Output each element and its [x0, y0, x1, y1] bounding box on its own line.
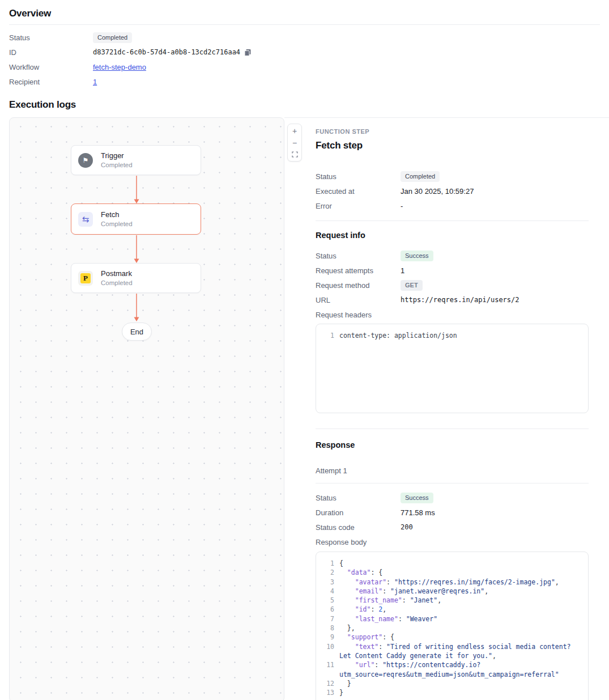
status-label: Status: [9, 33, 93, 42]
recipient-label: Recipient: [9, 78, 93, 86]
status-label: Status: [316, 172, 401, 181]
zoom-in-button[interactable]: +: [288, 125, 301, 137]
node-status: Completed: [101, 220, 133, 228]
node-title: Trigger: [101, 151, 133, 160]
attempt-label: Attempt 1: [316, 466, 589, 476]
divider: [316, 429, 589, 429]
flag-icon: ⚑: [78, 153, 93, 168]
response-body-label: Response body: [316, 538, 401, 546]
duration-value: 771.58 ms: [401, 508, 435, 517]
node-title: Postmark: [101, 269, 133, 278]
response-title: Response: [316, 440, 589, 451]
divider: [316, 220, 589, 221]
id-label: ID: [9, 48, 93, 57]
request-method-label: Request method: [316, 281, 401, 290]
copy-icon: [244, 49, 252, 56]
executed-at-label: Executed at: [316, 187, 401, 196]
overview-row-recipient: Recipient 1: [9, 74, 600, 89]
copy-id-button[interactable]: [244, 49, 252, 56]
response-body-code: 1{2 "data": {3 "avatar": "https://reqres…: [316, 551, 589, 700]
request-status-label: Status: [316, 252, 401, 260]
error-label: Error: [316, 202, 401, 210]
execution-logs-section: ⚑ Trigger Completed ⇆ Fetch Completed P …: [0, 117, 609, 700]
fit-view-icon: [292, 151, 298, 158]
node-end: End: [122, 323, 152, 341]
overview-rows: Status Completed ID d83721dc-6c0b-57d4-a…: [9, 30, 600, 89]
zoom-out-button[interactable]: −: [288, 137, 301, 149]
workflow-label: Workflow: [9, 63, 93, 71]
postmark-icon-frame: P: [78, 271, 93, 286]
request-headers-code: 1content-type: application/json: [316, 324, 589, 413]
workflow-canvas[interactable]: ⚑ Trigger Completed ⇆ Fetch Completed P …: [9, 117, 284, 700]
request-attempts-value: 1: [401, 266, 404, 275]
node-status: Completed: [101, 279, 133, 287]
request-info-title: Request info: [316, 230, 589, 241]
duration-label: Duration: [316, 508, 401, 517]
request-headers-label: Request headers: [316, 311, 401, 319]
transaction-id: d83721dc-6c0b-57d4-a0b8-13cd2c716aa4: [93, 48, 240, 56]
postmark-p-icon: P: [80, 273, 91, 283]
request-status-badge: Success: [401, 251, 433, 261]
url-label: URL: [316, 296, 401, 304]
url-value: https://reqres.in/api/users/2: [401, 296, 519, 304]
node-fetch[interactable]: ⇆ Fetch Completed: [71, 203, 201, 235]
canvas-zoom-controls: + −: [287, 124, 302, 162]
step-type-kicker: FUNCTION STEP: [316, 128, 589, 135]
execution-logs-title: Execution logs: [9, 99, 600, 111]
divider: [316, 483, 589, 483]
canvas-controls-strip: + −: [284, 118, 316, 700]
response-status-label: Status: [316, 494, 401, 502]
fit-view-button[interactable]: [288, 149, 301, 160]
response-status-badge: Success: [401, 493, 433, 503]
error-value: -: [401, 202, 403, 210]
step-rows: Status Completed Executed at Jan 30 2025…: [316, 169, 589, 213]
status-code-label: Status code: [316, 523, 401, 532]
request-method-badge: GET: [401, 280, 423, 291]
divider: [9, 24, 600, 25]
overview-title: Overview: [9, 8, 600, 19]
node-trigger[interactable]: ⚑ Trigger Completed: [71, 145, 201, 175]
node-postmark[interactable]: P Postmark Completed: [71, 263, 201, 293]
node-title: Fetch: [101, 210, 133, 219]
status-badge: Completed: [93, 32, 132, 43]
step-title: Fetch step: [316, 139, 589, 152]
step-detail-panel: FUNCTION STEP Fetch step Status Complete…: [316, 118, 609, 700]
status-code-value: 200: [401, 523, 413, 531]
node-status: Completed: [101, 161, 133, 169]
swap-arrows-icon: ⇆: [78, 212, 93, 227]
step-status-badge: Completed: [401, 171, 440, 182]
request-info-rows: Status Success Request attempts 1 Reques…: [316, 248, 589, 322]
overview-row-id: ID d83721dc-6c0b-57d4-a0b8-13cd2c716aa4: [9, 45, 600, 60]
overview-row-workflow: Workflow fetch-step-demo: [9, 60, 600, 74]
right-wrap: + − FUNCTION STEP Fetch step Status: [284, 117, 609, 700]
workflow-link[interactable]: fetch-step-demo: [93, 63, 146, 71]
overview-row-status: Status Completed: [9, 30, 600, 45]
executed-at-value: Jan 30 2025, 10:59:27: [401, 187, 474, 196]
request-attempts-label: Request attempts: [316, 266, 401, 275]
recipient-link[interactable]: 1: [93, 78, 97, 86]
page-header: Overview Status Completed ID d83721dc-6c…: [0, 0, 609, 111]
response-rows: Status Success Duration 771.58 ms Status…: [316, 490, 589, 549]
